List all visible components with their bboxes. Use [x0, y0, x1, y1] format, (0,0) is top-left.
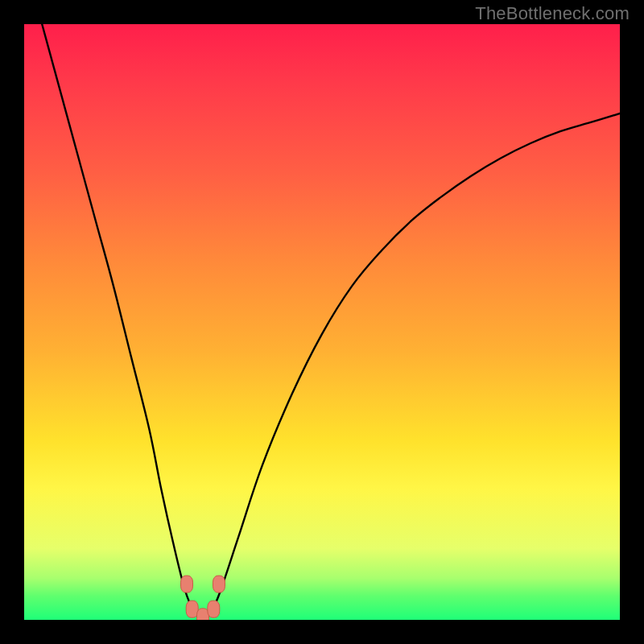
marker-left-bot: [186, 601, 198, 617]
marker-right-bot: [208, 601, 220, 617]
bottleneck-curve: [42, 24, 620, 619]
marker-mid-bot: [197, 609, 209, 620]
bottleneck-chart: [24, 24, 620, 620]
marker-left-top: [181, 576, 193, 592]
chart-area: [24, 24, 620, 620]
marker-right-top: [213, 576, 225, 592]
watermark-text: TheBottleneck.com: [475, 3, 630, 24]
frame: TheBottleneck.com: [0, 0, 644, 644]
